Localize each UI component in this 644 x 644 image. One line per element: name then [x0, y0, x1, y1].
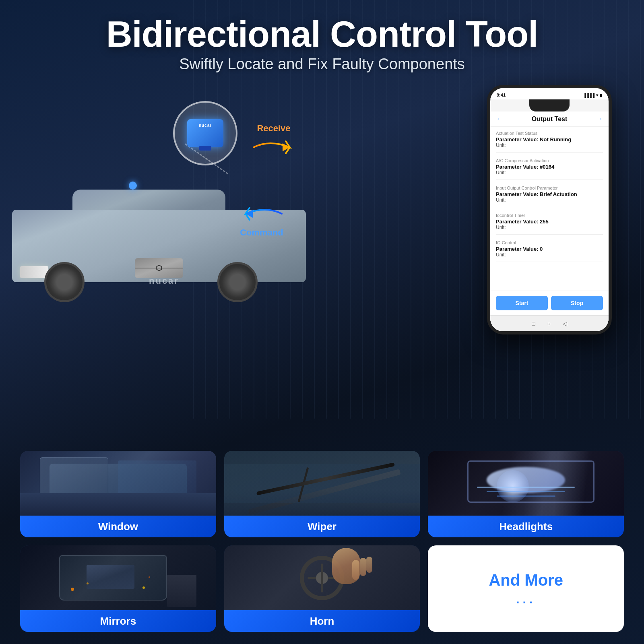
car-wheel-right: [217, 262, 258, 302]
finger-2: [360, 558, 366, 576]
param-label-1: Actuation Test Status: [496, 131, 603, 136]
phone-mockup: 9:41 ▐▐▐▐ ▾ ▮ ← Output Test → Actuation …: [487, 85, 612, 334]
headlights-label: Headlights: [499, 520, 553, 533]
phone-scroll-area: Actuation Test Status Parameter Value: N…: [490, 127, 609, 291]
receive-arrow-svg: [250, 135, 298, 159]
param-label-3: Input Output Control Parameter: [496, 186, 603, 190]
command-arrow-group: Command: [237, 202, 286, 238]
param-label-4: Iocontrol Timer: [496, 213, 603, 218]
param-label-5: IO Control: [496, 240, 603, 245]
device-connector: [199, 146, 211, 151]
phone-content: ← Output Test → Actuation Test Status Pa…: [490, 111, 609, 331]
nav-title: Output Test: [532, 116, 568, 123]
stop-button[interactable]: Stop: [551, 296, 603, 310]
device-logo: nucar: [187, 119, 223, 128]
param-value-1: Parameter Value: Not Running: [496, 136, 603, 142]
param-group-4: Iocontrol Timer Parameter Value: 255 Uni…: [496, 213, 603, 235]
wiper-photo: [224, 451, 420, 516]
car-area: ⬡ nucar nucar Receiv: [0, 77, 362, 339]
phone-action-buttons: Start Stop: [490, 291, 609, 315]
grid-item-mirrors: Mirrors: [20, 545, 216, 632]
finger-1: [352, 560, 359, 580]
subtitle: Swiftly Locate and Fix Faulty Components: [24, 56, 620, 73]
home-square-icon[interactable]: □: [532, 320, 535, 327]
start-button[interactable]: Start: [496, 296, 548, 310]
grid-item-window: Window: [20, 451, 216, 537]
phone-nav-bar: ← Output Test →: [490, 111, 609, 127]
command-label: Command: [240, 227, 283, 238]
finger-3: [366, 557, 372, 573]
grid-item-headlights: Headlights: [428, 451, 624, 537]
middle-section: ⬡ nucar nucar Receiv: [0, 77, 644, 443]
signal-icon: ▐▐▐▐: [583, 93, 594, 97]
window-photo: [20, 451, 216, 516]
param-group-1: Actuation Test Status Parameter Value: N…: [496, 131, 603, 153]
feature-grid: Window Wiper: [0, 443, 644, 644]
grid-item-horn: Horn: [224, 545, 420, 632]
mirrors-label: Mirrors: [100, 615, 136, 627]
param-unit-1: Unit:: [496, 142, 603, 148]
param-unit-3: Unit:: [496, 197, 603, 203]
car-connection-dot: [129, 182, 137, 190]
horn-label-bg: Horn: [224, 610, 420, 632]
wifi-icon: ▾: [596, 93, 598, 97]
window-label-bg: Window: [20, 516, 216, 537]
window-label: Window: [98, 520, 138, 533]
param-unit-5: Unit:: [496, 252, 603, 258]
home-triangle-icon[interactable]: ◁: [563, 320, 567, 327]
headlights-photo: [428, 451, 624, 516]
home-circle-icon[interactable]: ○: [547, 320, 551, 327]
more-label: And More: [489, 571, 563, 589]
horn-photo: [224, 545, 420, 610]
battery-icon: ▮: [600, 93, 602, 97]
wiper-label-bg: Wiper: [224, 516, 420, 537]
back-button[interactable]: ←: [496, 115, 503, 123]
steering-wheel-container: [300, 556, 344, 600]
car-wheel-left: [44, 262, 85, 302]
horn-label: Horn: [310, 615, 334, 627]
param-value-3: Parameter Value: Brief Actuation: [496, 191, 603, 197]
param-value-2: Parameter Value: #0164: [496, 164, 603, 170]
receive-arrow-group: Receive: [250, 123, 298, 159]
phone-status-icons: ▐▐▐▐ ▾ ▮: [583, 93, 602, 97]
command-arrow-svg: [237, 202, 286, 226]
phone-home-bar: □ ○ ◁: [490, 315, 609, 331]
param-value-4: Parameter Value: 255: [496, 219, 603, 225]
header: Bidirectional Control Tool Swiftly Locat…: [0, 0, 644, 77]
headlights-label-bg: Headlights: [428, 516, 624, 537]
device-circle: nucar: [173, 101, 237, 165]
mirror-reflection: [87, 565, 134, 589]
device-body: nucar: [187, 119, 223, 147]
mirrors-photo: [20, 545, 216, 610]
steering-center: [316, 572, 328, 584]
wiper-label: Wiper: [308, 520, 336, 533]
main-container: Bidirectional Control Tool Swiftly Locat…: [0, 0, 644, 644]
phone-time: 9:41: [497, 93, 506, 97]
param-unit-2: Unit:: [496, 170, 603, 175]
param-label-2: A/C Compressor Activation: [496, 158, 603, 163]
more-dots: ...: [516, 592, 536, 606]
grid-item-wiper: Wiper: [224, 451, 420, 537]
mirrors-label-bg: Mirrors: [20, 610, 216, 632]
mirror-shape: [59, 555, 167, 601]
param-group-5: IO Control Parameter Value: 0 Unit:: [496, 240, 603, 262]
grid-item-more: And More ...: [428, 545, 624, 632]
phone-notch: [529, 99, 570, 111]
phone-status-bar: 9:41 ▐▐▐▐ ▾ ▮: [490, 88, 609, 99]
main-title: Bidirectional Control Tool: [24, 16, 620, 52]
param-group-3: Input Output Control Parameter Parameter…: [496, 186, 603, 207]
param-group-2: A/C Compressor Activation Parameter Valu…: [496, 158, 603, 180]
param-unit-4: Unit:: [496, 225, 603, 230]
export-button[interactable]: →: [596, 115, 603, 123]
car-headlight: [20, 266, 48, 278]
car-grille: ⬡: [135, 258, 183, 278]
car-brand-text: nucar: [149, 276, 179, 286]
receive-label: Receive: [257, 123, 290, 134]
param-value-5: Parameter Value: 0: [496, 246, 603, 252]
